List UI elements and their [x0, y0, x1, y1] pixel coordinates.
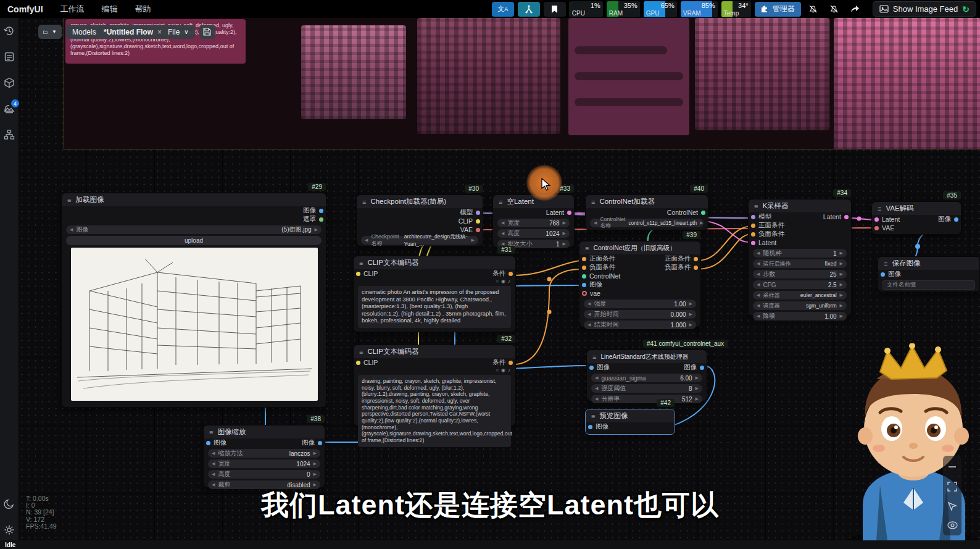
menu-workflow[interactable]: 工作流: [52, 4, 93, 15]
upscale-method-widget[interactable]: ◀缩放方法lanczos▶: [208, 449, 320, 458]
input-slot-positive[interactable]: [751, 224, 755, 228]
start-percent-widget[interactable]: ◀开始时间0.000▶: [584, 310, 696, 319]
input-slot-vae[interactable]: [582, 291, 587, 296]
node-load-image[interactable]: #29 ≡加载图像 图像 遮罩 ◀图像(5)街图.jpg▶ upload: [61, 193, 326, 408]
input-slot-image[interactable]: [881, 272, 885, 277]
outputs-gallery-icon[interactable]: 4: [4, 103, 15, 114]
input-slot-image[interactable]: [582, 283, 586, 287]
collapse-icon[interactable]: ≡: [754, 203, 758, 210]
eye-icon[interactable]: ◉: [501, 367, 505, 373]
collapse-icon[interactable]: ≡: [67, 196, 71, 204]
mute-bell-button[interactable]: [805, 2, 822, 17]
node-preview-image[interactable]: #42 ≡预览图像 图像: [585, 409, 675, 435]
manager-button[interactable]: 管理器: [755, 2, 801, 17]
collapse-icon[interactable]: ≡: [591, 198, 595, 206]
collapse-icon[interactable]: ≡: [585, 245, 589, 252]
node-save-image[interactable]: ≡保存图像 图像 文件名前缀: [878, 256, 980, 292]
input-slot-clip[interactable]: [356, 361, 360, 365]
input-slot-image[interactable]: [589, 366, 594, 370]
bookmark-button[interactable]: [544, 2, 566, 17]
show-image-feed-button[interactable]: Show Image Feed ↻: [873, 1, 976, 17]
collapse-icon[interactable]: ≡: [359, 259, 363, 267]
translate-button[interactable]: 文A: [492, 2, 514, 17]
collapse-icon[interactable]: ≡: [591, 413, 595, 420]
nodes-map-button[interactable]: [518, 2, 540, 17]
node-controlnet-apply[interactable]: #39 ≡ControlNet应用（旧版高级） 正面条件 正面条件 负面条件 负…: [579, 241, 701, 327]
input-slot-positive[interactable]: [582, 257, 586, 261]
speaker-icon[interactable]: ♪: [508, 367, 510, 373]
output-slot-image[interactable]: [954, 217, 958, 222]
input-slot-latent[interactable]: [751, 241, 755, 245]
output-slot-image[interactable]: [319, 209, 323, 213]
workflow-folder-button[interactable]: ▼: [38, 25, 62, 39]
collapse-icon[interactable]: ≡: [362, 198, 366, 206]
height-widget[interactable]: ◀高度0▶: [208, 470, 320, 479]
collapse-icon[interactable]: ≡: [359, 348, 363, 356]
input-slot-negative[interactable]: [582, 266, 586, 270]
scheduler-widget[interactable]: ◀调度器sgm_uniform▶: [753, 301, 847, 310]
workflows-tree-icon[interactable]: [4, 129, 15, 140]
collapse-icon[interactable]: ≡: [878, 205, 881, 212]
collapse-icon[interactable]: ≡: [209, 429, 213, 436]
output-slot-latent[interactable]: [844, 215, 849, 219]
input-slot-vae[interactable]: [874, 226, 879, 230]
input-slot-image[interactable]: [206, 441, 210, 445]
node-vae-decode[interactable]: #35 ≡VAE解码 Latent 图像 VAE: [871, 201, 961, 235]
file-menu-button[interactable]: File ∨: [162, 25, 195, 39]
input-slot-clip[interactable]: [356, 272, 360, 276]
seed-widget[interactable]: ◀随机种1▶: [753, 249, 847, 258]
zoom-out-icon[interactable]: [947, 462, 957, 472]
filename-prefix-field[interactable]: 文件名前缀: [882, 280, 975, 290]
theme-moon-icon[interactable]: [4, 498, 15, 509]
width-widget[interactable]: ◀宽度768▶: [497, 219, 570, 227]
output-slot-latent[interactable]: [567, 211, 571, 215]
input-slot-model[interactable]: [751, 215, 755, 219]
eye-icon[interactable]: ◉: [501, 279, 505, 284]
gaussian-sigma-widget[interactable]: ◀guassian_sigma6.00▶: [591, 374, 702, 382]
resolution-widget[interactable]: ◀分辨率512▶: [591, 395, 702, 403]
height-widget[interactable]: ◀高度1024▶: [497, 229, 570, 238]
settings-gear-icon[interactable]: [4, 524, 15, 535]
collapse-icon[interactable]: ≡: [499, 198, 502, 206]
checkpoint-name-widget[interactable]: ◀Checkpoint名称architecutre_design元线稿-Yuan…: [361, 236, 478, 245]
input-slot-negative[interactable]: [751, 232, 755, 237]
close-tab-icon[interactable]: ×: [157, 28, 162, 36]
width-widget[interactable]: ◀宽度1024▶: [208, 459, 320, 468]
input-slot-controlnet[interactable]: [582, 274, 586, 279]
output-slot-clip[interactable]: [476, 219, 480, 224]
output-slot-negative[interactable]: [694, 266, 698, 270]
save-workflow-button[interactable]: [199, 25, 215, 39]
denoise-widget[interactable]: ◀降噪1.00▶: [753, 312, 847, 321]
model-library-icon[interactable]: [4, 77, 15, 88]
menu-edit[interactable]: 编辑: [93, 4, 127, 15]
collapse-icon[interactable]: ≡: [884, 260, 887, 267]
output-slot-image[interactable]: [700, 366, 704, 370]
prompt-textarea[interactable]: drawing, painting, crayon, sketch, graph…: [358, 375, 511, 447]
output-slot-conditioning[interactable]: [509, 361, 513, 365]
speaker-icon[interactable]: ♪: [508, 279, 510, 284]
node-image-scale[interactable]: #38 ≡图像缩放 图像 图像 ◀缩放方法lanczos▶ ◀宽度1024▶ ◀…: [203, 425, 325, 488]
circle-icon[interactable]: ○: [496, 279, 499, 284]
output-slot-controlnet[interactable]: [701, 211, 705, 215]
workflow-tab[interactable]: *Untitled Flow ×: [98, 25, 168, 39]
queue-history-icon[interactable]: [4, 25, 15, 36]
node-clip-encode-positive[interactable]: #31 ≡CLIP文本编码器 CLIP 条件 ○◉♪ cinematic pho…: [353, 256, 516, 332]
input-slot-image[interactable]: [588, 425, 592, 429]
output-slot-conditioning[interactable]: [509, 272, 513, 276]
output-slot-vae[interactable]: [476, 228, 480, 232]
node-ksampler[interactable]: #34 ≡K采样器 模型 Latent 正面条件 负面条件 Latent ◀随机…: [748, 199, 852, 316]
menu-help[interactable]: 帮助: [127, 4, 160, 15]
node-library-icon[interactable]: [4, 51, 15, 62]
strength-widget[interactable]: ◀强度1.00▶: [584, 300, 696, 308]
image-select-widget[interactable]: ◀图像(5)街图.jpg▶: [66, 225, 322, 234]
node-lineart-preprocessor[interactable]: #41 comfyui_controlnet_aux ≡LineArtStand…: [586, 350, 707, 401]
circle-icon[interactable]: ○: [496, 367, 499, 373]
share-button[interactable]: [847, 2, 864, 17]
controlnet-name-widget[interactable]: ◀ControlNet名称control_v11p_sd15_lineart.p…: [590, 219, 704, 227]
models-tab[interactable]: Models: [66, 25, 102, 39]
node-controlnet-loader[interactable]: #40 ≡ControlNet加载器 ControlNet ◀ControlNe…: [585, 195, 708, 230]
upload-button[interactable]: upload: [66, 236, 322, 245]
prompt-textarea[interactable]: cinematic photo An artist's impression o…: [358, 286, 511, 328]
node-title[interactable]: ≡加载图像: [62, 193, 326, 206]
end-percent-widget[interactable]: ◀结束时间1.000▶: [584, 321, 696, 329]
